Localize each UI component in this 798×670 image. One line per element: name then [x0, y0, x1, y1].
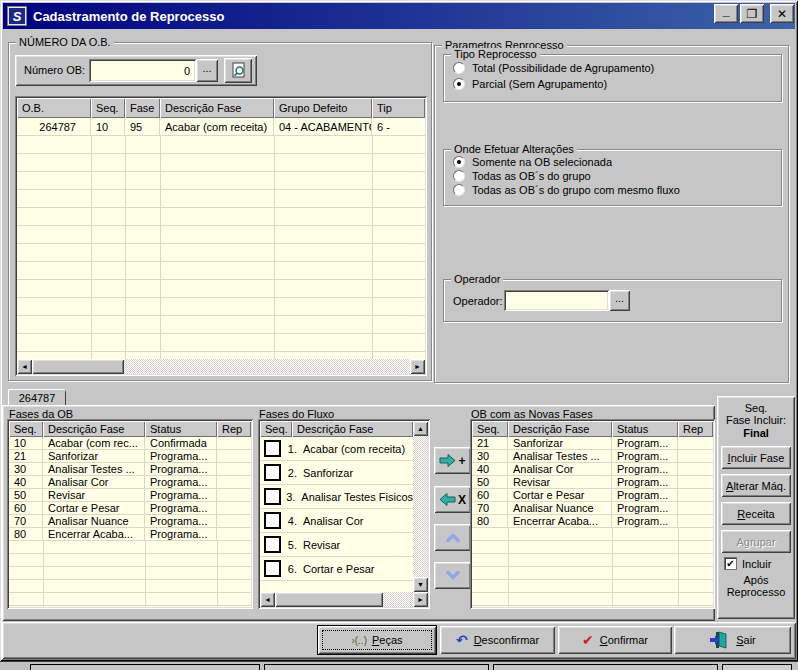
desconfirmar-button[interactable]: ↶ Desconfirmar	[440, 626, 555, 654]
col-header-fase[interactable]: Fase	[125, 98, 160, 118]
ellipsis-icon: ...	[615, 292, 624, 304]
table-row[interactable]: 21SanforizarProgram...	[472, 437, 713, 450]
radio-parcial[interactable]: Parcial (Sem Agrupamento)	[453, 78, 607, 90]
operador-input[interactable]	[504, 290, 609, 311]
numero-ob-browse-button[interactable]: ...	[196, 59, 218, 82]
alterar-maq-button[interactable]: Alterar Máq.	[721, 474, 791, 497]
radio-total[interactable]: Total (Possibilidade de Agrupamento)	[453, 62, 654, 74]
table-row[interactable]: 70Analisar NuanceProgram...	[472, 502, 713, 515]
fluxo-checkbox-2[interactable]	[264, 464, 281, 481]
remove-fase-button[interactable]: X	[434, 486, 471, 513]
fases-fluxo-vscrollbar[interactable]: ▲ ▼	[413, 421, 428, 592]
fases-fluxo-col-desc[interactable]: Descrição Fase	[292, 421, 413, 437]
incluir-apos-checkbox-row[interactable]: ✔ Incluir	[724, 557, 771, 570]
minimize-button[interactable]: _	[714, 4, 738, 23]
radio-total-circle[interactable]	[453, 62, 465, 74]
scroll-left-arrow[interactable]: ◄	[260, 592, 275, 607]
fluxo-checkbox-4[interactable]	[264, 512, 281, 529]
table-row[interactable]: 70Analisar NuancePrograma...	[9, 515, 251, 528]
scroll-down-icon: ▼	[417, 581, 424, 588]
search-ob-button[interactable]	[224, 58, 252, 83]
col-header-descricao[interactable]: Descrição Fase	[160, 98, 274, 118]
fases-ob-col-seq[interactable]: Seq.	[9, 421, 43, 437]
x-icon: X	[458, 493, 466, 507]
fases-fluxo-hscrollbar[interactable]: ◄ ►	[260, 592, 428, 607]
table-row[interactable]: 80Encerrar Acaba...Program...	[472, 515, 713, 528]
table-row[interactable]: 40Analisar CorPrograma...	[9, 476, 251, 489]
confirmar-button[interactable]: ✔ Confirmar	[558, 626, 672, 654]
ob-novas-col-status[interactable]: Status	[612, 421, 678, 437]
radio-todas-fluxo-circle[interactable]	[453, 184, 465, 196]
table-row[interactable]: 60Cortar e PesarProgram...	[472, 489, 713, 502]
table-row[interactable]: 10Acabar (com rec...Confirmada	[9, 437, 251, 450]
list-item[interactable]: 5. Revisar	[260, 533, 413, 557]
title-bar[interactable]: S Cadastramento de Reprocesso	[3, 3, 795, 29]
ob-grid-hscroll-thumb[interactable]	[32, 359, 124, 374]
table-row[interactable]: 50RevisarProgram...	[472, 476, 713, 489]
scroll-down-arrow[interactable]: ▼	[413, 577, 428, 592]
list-item[interactable]: 1. Acabar (com receita)	[260, 437, 413, 461]
table-row[interactable]: 30Analisar Testes ...Program...	[472, 450, 713, 463]
radio-todas-grupo-circle[interactable]	[453, 170, 465, 182]
fases-ob-col-status[interactable]: Status	[145, 421, 217, 437]
close-button[interactable]: ✕	[770, 4, 794, 23]
scroll-up-arrow[interactable]: ▲	[413, 421, 428, 436]
ob-novas-col-rep[interactable]: Rep	[678, 421, 713, 437]
fases-ob-col-rep[interactable]: Rep	[217, 421, 251, 437]
numero-ob-input[interactable]: 0	[89, 59, 196, 82]
table-row[interactable]: 40Analisar CorProgram...	[472, 463, 713, 476]
col-header-grupo-defeito[interactable]: Grupo Defeito	[274, 98, 372, 118]
scroll-left-arrow[interactable]: ◄	[17, 359, 32, 374]
scroll-right-arrow[interactable]: ►	[410, 359, 425, 374]
radio-todas-grupo[interactable]: Todas as OB´s do grupo	[453, 170, 591, 182]
col-header-tipo[interactable]: Tip	[372, 98, 425, 118]
onde-efetuar-group: Onde Efetuar Alterações Somente na OB se…	[443, 149, 782, 206]
table-row[interactable]: 50RevisarPrograma...	[9, 489, 251, 502]
fases-fluxo-col-seq[interactable]: Seq.	[260, 421, 292, 437]
list-item[interactable]: 2. Sanforizar	[260, 461, 413, 485]
tab-264787[interactable]: 264787	[8, 389, 66, 406]
fluxo-hscroll-thumb[interactable]	[275, 592, 383, 607]
radio-somente-ob-circle[interactable]	[453, 156, 465, 168]
operador-browse-button[interactable]: ...	[609, 290, 630, 311]
radio-todas-fluxo[interactable]: Todas as OB´s do grupo com mesmo fluxo	[453, 184, 680, 196]
pecas-button[interactable]: ›(..) Peças	[318, 626, 436, 654]
table-row[interactable]: 60Cortar e PesarPrograma...	[9, 502, 251, 515]
fluxo-checkbox-3[interactable]	[264, 488, 281, 505]
ob-grid-hscrollbar[interactable]: ◄ ►	[17, 359, 425, 374]
ob-grid-empty-rows	[17, 136, 425, 359]
fluxo-checkbox-1[interactable]	[264, 440, 281, 457]
cell-fase: 95	[125, 118, 160, 136]
fases-ob-col-desc[interactable]: Descrição Fase	[43, 421, 145, 437]
col-header-seq[interactable]: Seq.	[91, 98, 125, 118]
maximize-button[interactable]: ❐	[740, 4, 764, 23]
radio-somente-ob[interactable]: Somente na OB selecionada	[453, 156, 612, 168]
radio-parcial-circle[interactable]	[453, 78, 465, 90]
ob-novas-table: Seq. Descrição Fase Status Rep 21Sanfori…	[470, 419, 715, 609]
col-header-ob[interactable]: O.B.	[17, 98, 91, 118]
scroll-right-arrow[interactable]: ►	[413, 592, 428, 607]
fluxo-checkbox-6[interactable]	[264, 560, 281, 577]
incluir-apos-checkbox[interactable]: ✔	[724, 557, 737, 570]
receita-button[interactable]: Receita	[721, 502, 791, 525]
radio-todas-grupo-label: Todas as OB´s do grupo	[472, 170, 591, 182]
move-up-button[interactable]	[434, 524, 471, 551]
table-row[interactable]: 30Analisar Testes ...Programa...	[9, 463, 251, 476]
fluxo-checkbox-5[interactable]	[264, 536, 281, 553]
list-item[interactable]: 6. Cortar e Pesar	[260, 557, 413, 581]
incluir-fase-button[interactable]: Incluir Fase	[721, 446, 791, 469]
seq-fase-line2: Fase Incluir:	[717, 414, 795, 426]
ob-grid-row[interactable]: 264787 10 95 Acabar (com receita) 04 - A…	[17, 118, 425, 136]
ellipsis-icon: ...	[202, 62, 211, 74]
move-down-button[interactable]	[434, 562, 471, 589]
sair-button[interactable]: Sair	[674, 626, 791, 654]
add-fase-button[interactable]: +	[434, 447, 471, 474]
list-item[interactable]: 3. Analisar Testes Fisicos	[260, 485, 413, 509]
ob-novas-col-desc[interactable]: Descrição Fase	[508, 421, 612, 437]
operador-group-title: Operador	[451, 273, 503, 285]
list-item[interactable]: 4. Analisar Cor	[260, 509, 413, 533]
table-row[interactable]: 21SanforizarPrograma...	[9, 450, 251, 463]
table-row[interactable]: 80Encerrar Acaba...Programa...	[9, 528, 251, 541]
incluir-apos-label3: Reprocesso	[717, 586, 795, 598]
ob-novas-col-seq[interactable]: Seq.	[472, 421, 508, 437]
